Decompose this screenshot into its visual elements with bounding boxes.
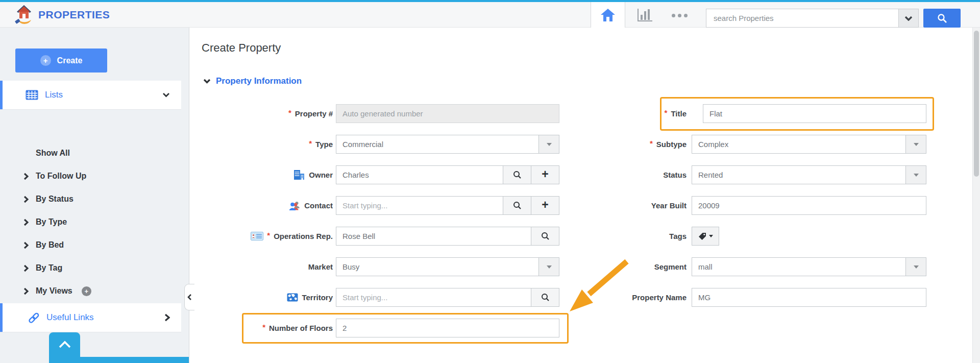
- search-icon: [541, 293, 550, 302]
- field-label: Tags: [669, 232, 687, 240]
- chevron-right-icon: [23, 219, 30, 226]
- sidebar-item-show-all[interactable]: Show All: [36, 147, 70, 159]
- field-label: Number of Floors: [269, 324, 333, 332]
- required-marker: *: [665, 108, 668, 117]
- field-label: Status: [663, 171, 687, 179]
- market-select[interactable]: Busy: [336, 257, 559, 276]
- search-icon: [541, 232, 550, 240]
- contact-input[interactable]: [336, 196, 503, 215]
- sidebar-item-useful-links[interactable]: Useful Links: [0, 303, 181, 332]
- tags-button[interactable]: [692, 227, 719, 246]
- select-arrow-icon[interactable]: [905, 258, 926, 276]
- operations-rep-search-button[interactable]: [531, 227, 559, 246]
- more-menu-button[interactable]: [672, 13, 690, 18]
- sidebar-item-label: By Tag: [36, 263, 62, 273]
- field-label: Territory: [302, 293, 333, 302]
- reports-button[interactable]: [634, 9, 655, 22]
- chevron-left-icon: [187, 294, 192, 301]
- sidebar-item-label: My Views: [36, 286, 72, 296]
- segment-select-value: mall: [692, 262, 905, 271]
- field-label: Title: [671, 109, 687, 118]
- required-marker: *: [650, 139, 653, 148]
- sidebar-item-lists[interactable]: Lists: [0, 81, 181, 110]
- chevron-down-icon: [203, 79, 211, 84]
- contact-add-button[interactable]: +: [531, 196, 559, 215]
- sidebar-item-lists-label: Lists: [45, 90, 63, 100]
- link-icon: [29, 312, 40, 323]
- sidebar-item-by-status[interactable]: By Status: [23, 193, 74, 205]
- search-scope-dropdown[interactable]: [898, 9, 919, 28]
- search-icon: [937, 13, 947, 23]
- required-marker: *: [288, 108, 291, 117]
- status-select[interactable]: Rented: [692, 165, 926, 184]
- select-arrow-icon[interactable]: [538, 258, 559, 276]
- number-of-floors-input[interactable]: [336, 319, 559, 337]
- type-select[interactable]: Commercial: [336, 135, 559, 154]
- field-label: Segment: [654, 262, 687, 271]
- house-hand-logo-icon: [14, 4, 34, 26]
- owner-search-button[interactable]: [503, 165, 531, 184]
- more-icon: [672, 14, 675, 17]
- home-icon: [600, 8, 616, 22]
- create-button[interactable]: + Create: [15, 49, 107, 72]
- main-panel: [189, 28, 972, 363]
- chevron-down-icon: [709, 235, 713, 237]
- title-input[interactable]: [703, 104, 926, 123]
- bar-chart-icon: [636, 9, 653, 22]
- required-marker: *: [267, 231, 270, 239]
- chevron-right-icon: [164, 313, 170, 322]
- sidebar-item-to-follow-up[interactable]: To Follow Up: [23, 170, 86, 182]
- field-label: Year Built: [651, 201, 687, 210]
- field-label: Owner: [309, 171, 333, 179]
- field-label: Market: [308, 262, 333, 271]
- add-view-icon[interactable]: +: [82, 286, 91, 296]
- select-arrow-icon[interactable]: [905, 135, 926, 153]
- building-icon: [293, 170, 305, 180]
- territory-search-button[interactable]: [531, 288, 559, 307]
- subtype-select[interactable]: Complex: [692, 135, 926, 154]
- select-arrow-icon[interactable]: [905, 166, 926, 184]
- search-submit-button[interactable]: [923, 9, 961, 28]
- search-input[interactable]: [706, 9, 898, 28]
- owner-add-button[interactable]: +: [531, 165, 559, 184]
- territory-input[interactable]: [336, 288, 531, 307]
- tag-icon: [698, 232, 706, 240]
- id-card-icon: [251, 232, 263, 240]
- section-property-information[interactable]: Property Information: [203, 76, 302, 86]
- field-label: Type: [315, 140, 333, 149]
- chevron-right-icon: [23, 241, 30, 249]
- home-button[interactable]: [591, 2, 625, 28]
- type-select-value: Commercial: [336, 140, 538, 149]
- contact-search-button[interactable]: [503, 196, 531, 215]
- chevron-right-icon: [23, 173, 30, 180]
- sidebar-item-label: Show All: [36, 149, 70, 158]
- people-icon: [288, 201, 301, 210]
- sidebar-collapse-handle[interactable]: [184, 284, 194, 310]
- sidebar-item-label: By Type: [36, 217, 67, 227]
- chevron-down-icon[interactable]: [162, 92, 170, 98]
- world-map-icon: [287, 293, 298, 302]
- plus-icon: +: [40, 55, 51, 66]
- sidebar-item-by-type[interactable]: By Type: [23, 216, 67, 228]
- select-arrow-icon[interactable]: [538, 135, 559, 153]
- year-built-input[interactable]: [692, 196, 926, 215]
- operations-rep-input[interactable]: [336, 227, 531, 246]
- search-icon: [513, 171, 522, 179]
- scrollbar-thumb[interactable]: [974, 31, 979, 177]
- status-select-value: Rented: [692, 171, 905, 179]
- sidebar-item-label: By Status: [36, 195, 74, 204]
- app-logo[interactable]: PROPERTIES: [14, 5, 110, 25]
- sidebar-item-my-views[interactable]: My Views +: [23, 285, 91, 297]
- property-name-input[interactable]: [692, 288, 926, 307]
- required-marker: *: [309, 139, 312, 148]
- sidebar-item-label: To Follow Up: [36, 172, 86, 181]
- sidebar-item-by-tag[interactable]: By Tag: [23, 262, 62, 274]
- chevron-down-icon: [904, 16, 913, 21]
- segment-select[interactable]: mall: [692, 257, 926, 276]
- owner-input[interactable]: [336, 165, 503, 184]
- market-select-value: Busy: [336, 262, 538, 271]
- sidebar-item-by-bed[interactable]: By Bed: [23, 239, 64, 251]
- field-label: Property #: [295, 109, 333, 118]
- vertical-scrollbar[interactable]: [972, 28, 980, 363]
- chevron-right-icon: [23, 287, 30, 295]
